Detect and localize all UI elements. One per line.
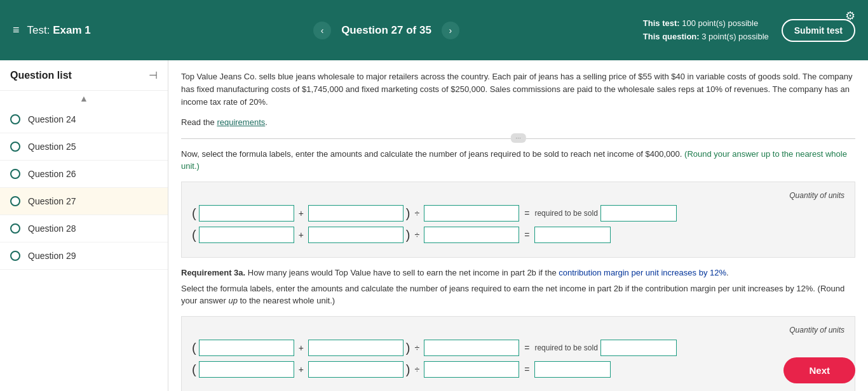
submit-test-button[interactable]: Submit test (782, 19, 855, 42)
paren-close-2a: ) (406, 341, 410, 354)
sidebar-item-question29[interactable]: Question 29 (0, 242, 168, 270)
instruction-1: Now, select the formula labels, enter th… (181, 148, 855, 173)
formula-input-2b-2[interactable] (308, 361, 403, 378)
formula-op-1b: + (297, 230, 306, 240)
formula-input-2a-2[interactable] (308, 340, 403, 356)
read-requirements: Read the requirements. (181, 116, 855, 129)
formula-result-input-1b[interactable] (534, 227, 611, 243)
formula-input-1b-1[interactable] (199, 227, 294, 243)
next-button[interactable]: Next (783, 357, 855, 383)
main-layout: Question list ⊣ ▲ Question 24 Question 2… (0, 60, 868, 391)
formula-div-1a: ÷ (413, 208, 422, 218)
paren-open-2b: ( (192, 363, 196, 376)
formula-eq-2b: = (522, 364, 532, 374)
req-3a-heading: Requirement 3a. How many jeans would Top… (181, 268, 855, 277)
divider-handle[interactable]: ··· (510, 133, 526, 143)
next-question-button[interactable]: › (442, 22, 459, 39)
formula-input-1a-3[interactable] (424, 205, 519, 222)
prev-question-button[interactable]: ‹ (313, 22, 331, 39)
header-right: This test: 100 point(s) possible This qu… (633, 17, 855, 44)
formula-row-2a: ( + ) ÷ = required to be sold (192, 340, 844, 356)
sidebar-item-question28[interactable]: Question 28 (0, 215, 168, 242)
points-info: This test: 100 point(s) possible This qu… (643, 17, 769, 44)
question24-label: Question 24 (28, 114, 76, 124)
question28-label: Question 28 (28, 223, 76, 234)
sidebar: Question list ⊣ ▲ Question 24 Question 2… (0, 60, 168, 391)
requirements-link[interactable]: requirements (217, 117, 265, 127)
main-content: Top Value Jeans Co. sells blue jeans who… (168, 60, 868, 391)
test-label: Test: Exam 1 (27, 24, 91, 37)
sidebar-scroll-up-button[interactable]: ▲ (0, 91, 168, 106)
formula-op-2b: + (297, 364, 306, 374)
formula-section-1: Quantity of units ( + ) ÷ = required to … (181, 182, 855, 258)
question-list: Question 24 Question 25 Question 26 Ques… (0, 106, 168, 391)
formula-section-2-header: Quantity of units (192, 326, 844, 335)
formula-row-2b: ( + ) ÷ = (192, 361, 844, 378)
formula-input-1a-2[interactable] (308, 205, 403, 222)
req-3a-instruction: Select the formula labels, enter the amo… (181, 282, 855, 307)
radio-q27 (10, 196, 20, 206)
this-test-points: This test: 100 point(s) possible (643, 17, 769, 30)
header-left: ≡ Test: Exam 1 (13, 23, 140, 37)
question25-label: Question 25 (28, 142, 76, 152)
formula-result-label-2a: required to be sold (534, 343, 597, 352)
question27-label: Question 27 (28, 196, 76, 206)
radio-q24 (10, 114, 20, 124)
formula-eq-2a: = (522, 343, 532, 353)
header: ≡ Test: Exam 1 ‹ Question 27 of 35 › Thi… (0, 0, 868, 60)
formula-result-input-2b[interactable] (534, 361, 611, 378)
sidebar-item-question26[interactable]: Question 26 (0, 161, 168, 188)
radio-q26 (10, 169, 20, 179)
question-counter: Question 27 of 35 (341, 24, 431, 37)
sidebar-title: Question list (10, 70, 72, 81)
formula-input-2b-1[interactable] (199, 361, 294, 378)
this-question-points: This question: 3 point(s) possible (643, 30, 769, 44)
sidebar-item-question25[interactable]: Question 25 (0, 133, 168, 161)
radio-q25 (10, 142, 20, 152)
next-button-container: Next (771, 350, 868, 391)
sidebar-header: Question list ⊣ (0, 60, 168, 91)
menu-icon[interactable]: ≡ (13, 23, 20, 37)
paren-close-1a: ) (406, 207, 410, 220)
formula-div-2a: ÷ (413, 343, 422, 353)
paren-close-1b: ) (406, 229, 410, 241)
question26-label: Question 26 (28, 169, 76, 179)
content-wrapper: Top Value Jeans Co. sells blue jeans who… (168, 60, 868, 391)
collapse-sidebar-icon[interactable]: ⊣ (149, 69, 158, 81)
divider-section: ··· (181, 138, 855, 139)
formula-eq-1a: = (522, 208, 532, 218)
formula-div-2b: ÷ (413, 364, 422, 374)
sidebar-item-question24[interactable]: Question 24 (0, 106, 168, 133)
header-center: ‹ Question 27 of 35 › (140, 22, 633, 39)
formula-input-1b-3[interactable] (424, 227, 519, 243)
paren-close-2b: ) (406, 363, 410, 376)
formula-row-1a: ( + ) ÷ = required to be sold (192, 205, 844, 222)
radio-q29 (10, 251, 20, 261)
radio-q28 (10, 223, 20, 234)
formula-eq-1b: = (522, 230, 532, 240)
formula-section-2: Quantity of units ( + ) ÷ = required to … (181, 316, 855, 391)
instruction-1-note: (Round your answer up to the nearest who… (181, 149, 847, 171)
formula-section-1-header: Quantity of units (192, 191, 844, 200)
formula-input-2a-3[interactable] (424, 340, 519, 356)
paren-open-2a: ( (192, 341, 196, 354)
formula-result-input-1a[interactable] (600, 205, 677, 222)
paren-open-1a: ( (192, 207, 196, 220)
formula-input-2b-3[interactable] (424, 361, 519, 378)
gear-icon[interactable]: ⚙ (845, 9, 855, 23)
sidebar-item-question27[interactable]: Question 27 (0, 188, 168, 215)
formula-input-2a-1[interactable] (199, 340, 294, 356)
context-paragraph: Top Value Jeans Co. sells blue jeans who… (181, 70, 855, 109)
formula-op-1a: + (297, 208, 306, 218)
formula-div-1b: ÷ (413, 230, 422, 240)
formula-op-2a: + (297, 343, 306, 353)
formula-result-input-2a[interactable] (600, 340, 677, 356)
formula-input-1a-1[interactable] (199, 205, 294, 222)
formula-row-1b: ( + ) ÷ = (192, 227, 844, 243)
formula-input-1b-2[interactable] (308, 227, 403, 243)
question29-label: Question 29 (28, 251, 76, 261)
paren-open-1b: ( (192, 229, 196, 241)
formula-result-label-1a: required to be sold (534, 209, 597, 218)
